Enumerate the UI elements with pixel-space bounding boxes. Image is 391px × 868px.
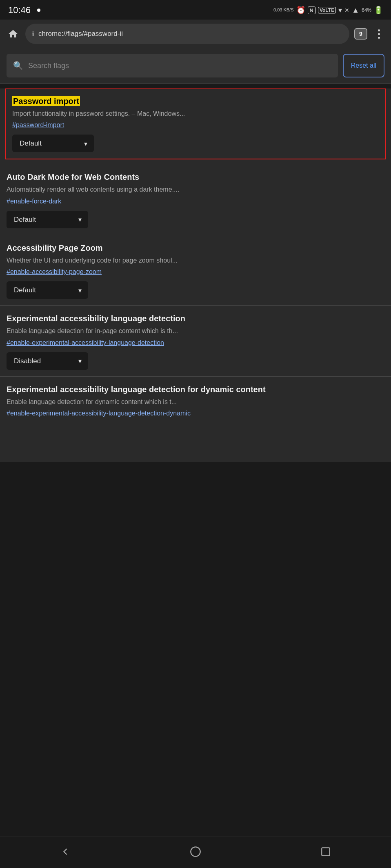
reset-all-button[interactable]: Reset all [343,54,384,77]
flag-select-exp-lang-detection[interactable]: Default Enabled Disabled [7,352,88,370]
flag-title-accessibility-page-zoom: Accessibility Page Zoom [7,243,384,253]
search-box[interactable]: 🔍 Search flags [7,54,338,77]
dot3 [378,37,380,39]
flag-select-wrapper-exp-lang-detection[interactable]: Default Enabled Disabled [7,352,88,370]
address-bar-text: chrome://flags/#password-ii [38,30,343,38]
back-button[interactable] [55,844,76,860]
flag-description-exp-lang-detection: Enable language detection for in-page co… [7,327,384,336]
flag-select-auto-dark-mode[interactable]: Default Enabled Disabled [7,211,88,228]
flag-select-wrapper-auto-dark-mode[interactable]: Default Enabled Disabled [7,211,88,228]
home-icon[interactable] [6,27,20,41]
flag-item-auto-dark-mode: Auto Dark Mode for Web Contents Automati… [0,164,391,235]
flag-select-wrapper-password-import[interactable]: Default Enabled Disabled [12,135,94,152]
flag-link-accessibility-page-zoom[interactable]: #enable-accessibility-page-zoom [7,268,384,276]
status-icons: 0.03 KB/S ⏰ N VoLTE ▾ ✕ ▲ 64% 🔋 [273,6,383,15]
flag-description-password-import: Import functionality in password setting… [12,109,379,118]
flag-item-accessibility-page-zoom: Accessibility Page Zoom Whether the UI a… [0,235,391,306]
signal-icon: ▲ [352,6,359,15]
data-speed: 0.03 KB/S [273,7,294,13]
svg-point-0 [191,847,200,856]
alarm-icon: ⏰ [296,6,305,15]
browser-toolbar: ℹ chrome://flags/#password-ii 9 [0,20,391,48]
search-area: 🔍 Search flags Reset all [0,48,391,84]
flag-description-accessibility-page-zoom: Whether the UI and underlying code for p… [7,256,384,265]
flag-item-exp-lang-detection: Experimental accessibility language dete… [0,306,391,376]
dot1 [378,29,380,31]
flag-title-highlight: Password import [12,96,80,106]
info-icon: ℹ [32,30,34,38]
flag-link-exp-lang-detection-dynamic[interactable]: #enable-experimental-accessibility-langu… [7,410,384,417]
home-nav-button[interactable] [185,844,206,860]
address-bar[interactable]: ℹ chrome://flags/#password-ii [25,24,349,44]
flag-select-accessibility-page-zoom[interactable]: Default Enabled Disabled [7,281,88,299]
status-dot [37,9,40,12]
dot2 [378,33,380,35]
status-bar: 10:46 0.03 KB/S ⏰ N VoLTE ▾ ✕ ▲ 64% 🔋 [0,0,391,20]
flag-item-exp-lang-detection-dynamic: Experimental accessibility language dete… [0,377,391,429]
flag-title-auto-dark-mode: Auto Dark Mode for Web Contents [7,172,384,182]
flag-item-password-import: Password import Import functionality in … [5,88,386,159]
status-time: 10:46 [8,5,31,15]
flag-title-password-import: Password import [12,97,379,106]
flag-select-password-import[interactable]: Default Enabled Disabled [12,135,94,152]
tab-count[interactable]: 9 [354,28,367,40]
n-icon: N [308,7,315,14]
menu-button[interactable] [372,29,385,39]
flag-description-auto-dark-mode: Automatically render all web contents us… [7,185,384,194]
flags-content: Password import Import functionality in … [0,88,391,462]
flag-link-auto-dark-mode[interactable]: #enable-force-dark [7,198,384,205]
volte-icon: VoLTE [318,7,336,13]
flag-title-exp-lang-detection: Experimental accessibility language dete… [7,314,384,323]
flag-link-exp-lang-detection[interactable]: #enable-experimental-accessibility-langu… [7,339,384,347]
flag-link-password-import[interactable]: #password-import [12,121,379,129]
battery-icon: 🔋 [374,6,383,15]
search-placeholder: Search flags [28,62,69,70]
search-icon: 🔍 [13,61,23,71]
signal-x-icon: ✕ [344,7,349,13]
recent-apps-button[interactable] [315,844,336,860]
flag-select-wrapper-accessibility-page-zoom[interactable]: Default Enabled Disabled [7,281,88,299]
flag-description-exp-lang-detection-dynamic: Enable language detection for dynamic co… [7,398,384,406]
nav-bar [0,837,391,868]
flag-title-exp-lang-detection-dynamic: Experimental accessibility language dete… [7,385,384,394]
battery-percent: 64% [362,7,371,13]
svg-rect-1 [322,848,330,856]
wifi-icon: ▾ [338,6,342,15]
